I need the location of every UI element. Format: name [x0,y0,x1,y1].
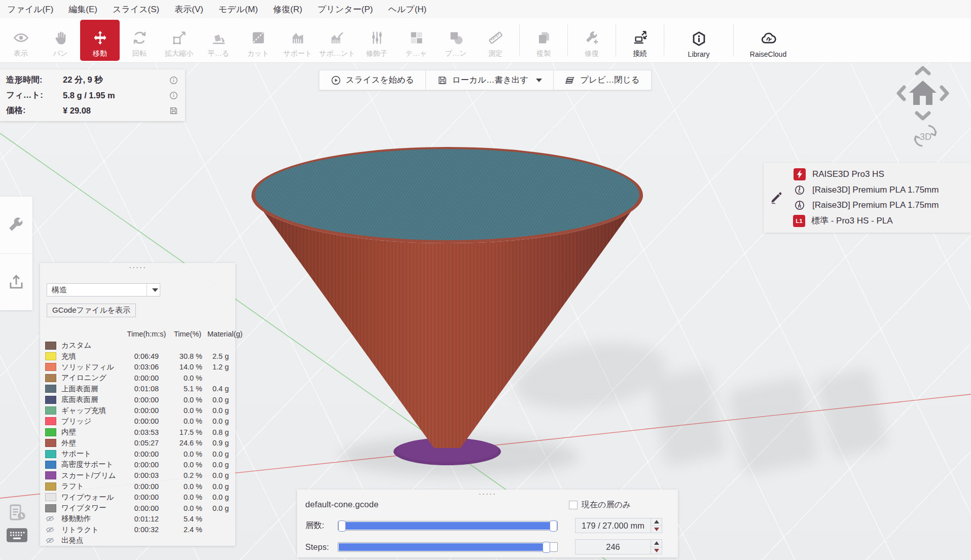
current-layer-only-toggle[interactable]: 現在の層のみ [569,500,631,510]
layer-spinbox[interactable]: 179 / 27.000 mm [575,518,662,533]
table-row[interactable]: サポート 0:00:00 0.0 % 0.0 g [44,449,233,459]
slider-handle-min[interactable] [338,520,346,532]
menu-item[interactable]: 表示(V) [174,4,203,15]
table-row[interactable]: 充填 0:06:49 30.8 % 2.5 g [44,351,233,361]
printer-setting-row[interactable]: L1 標準 - Pro3 HS - PLA [793,214,971,228]
eye-off-icon[interactable] [45,514,55,524]
table-row[interactable]: 移動動作 0:01:12 5.4 % [44,513,233,524]
toolbar-item[interactable]: 修復 [572,20,612,61]
category-color-swatch [45,493,56,501]
table-row[interactable]: 外壁 0:05:27 24.6 % 0.9 g [44,438,233,449]
toolbar-item[interactable]: 平…る [199,20,238,61]
info-icon[interactable] [168,91,179,100]
spin-up-icon[interactable] [651,540,662,547]
action-button[interactable]: ローカル…書き出す [425,70,553,90]
view-navigation-control[interactable] [893,64,952,123]
toolbar-item[interactable]: 回転 [120,20,159,61]
toolbar-item-label: Library [688,50,710,58]
toolbar-item[interactable]: 拡大縮小 [159,20,199,61]
measure-icon [487,27,504,48]
menu-item[interactable]: プリンター(P) [317,4,373,15]
table-row[interactable]: ワイプタワー 0:00:00 0.0 % 0.0 g [44,503,233,513]
slider-handle-max[interactable] [550,520,557,532]
printer-setting-label: [Raise3D] Premium PLA 1.75mm [812,200,939,210]
toolbar-item[interactable]: 修飾子 [357,20,397,61]
chevron-down-icon[interactable] [536,79,542,82]
action-button-label: スライスを始める [346,74,414,86]
printer-setting-row[interactable]: L [Raise3D] Premium PLA 1.75mm [793,183,971,197]
printer-setting-row[interactable]: RAISE3D Pro3 HS [793,167,971,181]
rotate-3d-control[interactable]: 3D [909,122,942,150]
table-row[interactable]: リトラクト 0:00:32 2.4 % [44,525,233,535]
action-button[interactable]: プレビ…閉じる [553,70,651,90]
category-time-percent: 30.8 % [170,352,205,360]
slider-handle[interactable] [543,542,550,553]
slice-summary-row: フィ…ト: 5.8 g / 1.95 m [0,88,185,103]
toolbar-item[interactable]: テ…ャ [397,20,436,61]
steps-spinbox[interactable]: 246 [575,539,662,554]
toolbar-item[interactable]: 表示 [1,20,41,61]
layers-range-slider[interactable] [338,521,558,531]
model-top-surface [255,149,639,240]
toolbar-item[interactable]: 接続 [620,20,660,61]
steps-slider[interactable] [338,542,558,552]
category-time: 0:01:12 [125,515,168,523]
table-row[interactable]: ブリッジ 0:00:00 0.0 % 0.0 g [44,416,233,427]
menu-item[interactable]: 編集(E) [68,4,97,15]
panel-drag-handle[interactable]: ····· [40,264,235,270]
table-row[interactable]: ギャップ充填 0:00:00 0.0 % 0.0 g [44,405,233,416]
table-row[interactable]: アイロニング 0:00:00 0.0 % [44,372,233,383]
spin-down-icon[interactable] [651,526,662,533]
toolbar-item[interactable]: 測定 [476,20,515,61]
menu-item[interactable]: 修復(R) [273,4,303,15]
toolbar-item[interactable]: 移動 [80,20,120,61]
table-row[interactable]: 高密度サポート 0:00:00 0.0 % 0.0 g [44,459,233,470]
toolbar-item[interactable]: サポ…ント [317,20,357,61]
menu-item[interactable]: スライス(S) [113,4,159,15]
menu-item[interactable]: ファイル(F) [7,4,53,15]
category-label: リトラクト [61,525,123,535]
table-row[interactable]: ラフト 0:00:00 0.0 % 0.0 g [44,481,233,492]
table-row[interactable]: 内壁 0:03:53 17.5 % 0.8 g [44,427,233,437]
table-row[interactable]: ワイプウォール 0:00:00 0.0 % 0.0 g [44,492,233,502]
table-row[interactable]: スカート/ブリム 0:00:03 0.2 % 0.0 g [44,470,233,481]
table-row[interactable]: カスタム [44,340,233,351]
structure-dropdown[interactable]: 構造 [47,283,160,296]
table-row[interactable]: 上面表面層 0:01:08 5.1 % 0.4 g [44,384,233,394]
toolbar-item[interactable]: サポート [278,20,317,61]
spin-down-icon[interactable] [651,547,662,554]
action-button[interactable]: スライスを始める [319,70,425,90]
spin-up-icon[interactable] [651,518,662,526]
toolbar-item[interactable]: パン [41,20,80,61]
support-paint-icon [329,27,346,48]
toolbar-item[interactable]: カット [238,20,278,61]
panel-drag-handle[interactable]: ····· [297,491,678,497]
keyboard-icon[interactable] [7,528,27,542]
settings-wrench-button[interactable] [0,197,32,253]
table-row[interactable]: 底面表面層 0:00:00 0.0 % 0.0 g [44,394,233,405]
printer-setting-row[interactable]: R [Raise3D] Premium PLA 1.75mm [793,198,971,212]
current-layer-only-checkbox[interactable] [569,501,578,509]
eye-off-icon[interactable] [45,536,55,545]
info-icon[interactable] [168,76,179,85]
print-queue-icon[interactable] [7,502,28,523]
toolbar-item[interactable]: Library [668,20,729,61]
layers-label: 層数: [305,520,338,531]
toolbar-item[interactable]: RaiseCloud [738,20,799,61]
menu-item[interactable]: ヘルプ(H) [388,4,426,15]
export-upload-button[interactable] [0,253,32,311]
printer-settings-panel[interactable]: RAISE3D Pro3 HS L [Raise3D] Premium PLA … [764,163,971,233]
toolbar-item[interactable]: 複製 [524,20,563,61]
save-icon[interactable] [168,106,179,116]
toolbar-item-label: 移動 [93,49,107,58]
edit-pencil-icon[interactable] [770,191,783,204]
slice-summary-panel: 造形時間: 22 分, 9 秒 フィ…ト: 5.8 g / 1.95 m 価格:… [0,69,185,121]
eye-off-icon[interactable] [45,525,55,535]
table-row[interactable]: ソリッドフィル 0:03:06 14.0 % 1.2 g [44,362,233,372]
show-gcode-button[interactable]: GCodeファイルを表示 [47,304,136,317]
layer-value: 179 / 27.000 mm [576,521,651,531]
menu-item[interactable]: モデル(M) [219,4,258,15]
toolbar-item[interactable]: ブ…ン [436,20,476,61]
table-row[interactable]: 出発点 [44,535,233,546]
toolbar-item-label: 拡大縮小 [165,49,193,58]
